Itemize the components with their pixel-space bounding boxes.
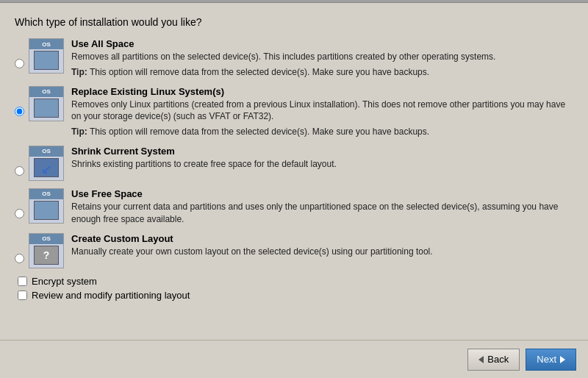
option-desc-replace-existing: Removes only Linux partitions (created f… [71, 99, 573, 124]
os-bar-3: OS [29, 146, 63, 157]
label-encrypt-system[interactable]: Encrypt system [32, 276, 97, 287]
icon-create-custom: OS ? [29, 233, 64, 268]
radio-shrink-current[interactable] [15, 166, 24, 176]
option-create-custom: OS ? Create Custom Layout Manually creat… [15, 233, 573, 268]
option-desc-shrink-current: Shrinks existing partitions to create fr… [71, 158, 573, 171]
icon-use-free-space: OS [29, 188, 64, 224]
checkbox-row-review: Review and modify partitioning layout [18, 290, 573, 301]
option-shrink-current: OS ↙ Shrink Current System Shrinks exist… [15, 146, 573, 181]
footer: Back Next [0, 340, 588, 378]
option-desc-use-all-space: Removes all partitions on the selected d… [71, 51, 573, 63]
radio-use-all-space[interactable] [15, 59, 24, 68]
disk-2 [34, 99, 59, 118]
option-tip-use-all-space: Tip: This option will remove data from t… [71, 66, 573, 79]
option-tip-replace-existing: Tip: This option will remove data from t… [71, 126, 573, 138]
option-label-shrink-current[interactable]: Shrink Current System [71, 146, 573, 157]
radio-use-all-space-wrap[interactable] [15, 59, 24, 71]
option-desc-use-free-space: Retains your current data and partitions… [71, 201, 573, 226]
radio-use-free-space-wrap[interactable] [15, 209, 24, 221]
next-button[interactable]: Next [526, 349, 576, 371]
icon-use-all-space: OS [29, 38, 64, 74]
next-arrow-icon [560, 356, 565, 363]
label-review-layout[interactable]: Review and modify partitioning layout [32, 290, 190, 301]
option-label-create-custom[interactable]: Create Custom Layout [71, 233, 573, 244]
next-label: Next [537, 354, 556, 365]
option-replace-existing: OS Replace Existing Linux System(s) Remo… [15, 86, 573, 138]
disk-4 [34, 201, 59, 220]
disk-3: ↙ [34, 158, 59, 177]
option-text-use-free-space: Use Free Space Retains your current data… [71, 188, 573, 226]
os-bar-2: OS [29, 87, 63, 97]
disk-5: ? [34, 246, 59, 265]
icon-replace-existing: OS [29, 86, 64, 121]
back-label: Back [487, 354, 509, 365]
radio-shrink-current-wrap[interactable] [15, 166, 24, 178]
option-desc-create-custom: Manually create your own custom layout o… [71, 246, 573, 258]
checkboxes-section: Encrypt system Review and modify partiti… [18, 276, 573, 301]
page-title: Which type of installation would you lik… [15, 16, 573, 28]
option-use-free-space: OS Use Free Space Retains your current d… [15, 188, 573, 226]
radio-replace-existing-wrap[interactable] [15, 107, 24, 118]
os-bar-1: OS [29, 39, 63, 49]
icon-shrink-current: OS ↙ [29, 146, 64, 181]
option-text-create-custom: Create Custom Layout Manually create you… [71, 233, 573, 258]
radio-create-custom[interactable] [15, 254, 24, 263]
checkbox-row-encrypt: Encrypt system [18, 276, 573, 287]
option-text-shrink-current: Shrink Current System Shrinks existing p… [71, 146, 573, 171]
radio-replace-existing[interactable] [15, 107, 24, 116]
checkbox-review-layout[interactable] [18, 290, 27, 300]
option-use-all-space: OS Use All Space Removes all partitions … [15, 38, 573, 79]
checkbox-encrypt-system[interactable] [18, 277, 27, 286]
option-label-use-free-space[interactable]: Use Free Space [71, 188, 573, 199]
option-text-use-all-space: Use All Space Removes all partitions on … [71, 38, 573, 79]
os-bar-4: OS [29, 189, 63, 199]
disk-1 [34, 51, 59, 70]
main-content: Which type of installation would you lik… [0, 3, 588, 340]
back-button[interactable]: Back [467, 349, 520, 371]
back-arrow-icon [478, 356, 484, 363]
shrink-arrow-icon: ↙ [41, 161, 52, 177]
option-label-use-all-space[interactable]: Use All Space [71, 38, 573, 49]
option-label-replace-existing[interactable]: Replace Existing Linux System(s) [71, 86, 573, 97]
os-bar-5: OS [29, 234, 63, 244]
radio-create-custom-wrap[interactable] [15, 254, 24, 265]
radio-use-free-space[interactable] [15, 209, 24, 218]
option-text-replace-existing: Replace Existing Linux System(s) Removes… [71, 86, 573, 138]
